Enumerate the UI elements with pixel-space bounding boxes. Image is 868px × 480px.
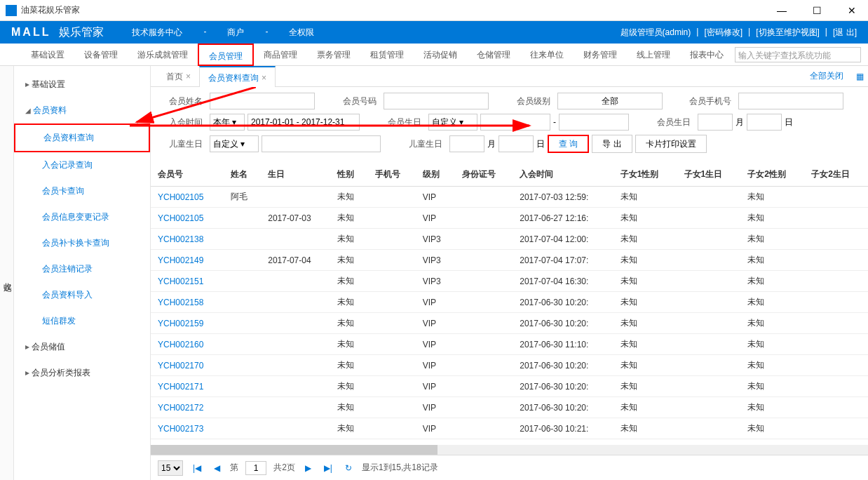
table-row[interactable]: YCH002159未知VIP2017-06-30 10:20:未知未知 bbox=[151, 313, 868, 334]
menu-租赁管理[interactable]: 租赁管理 bbox=[360, 44, 414, 66]
menu-基础设置[interactable]: 基础设置 bbox=[21, 44, 74, 66]
input-bd-month[interactable] bbox=[698, 114, 733, 131]
tab-会员资料查询[interactable]: 会员资料查询× bbox=[199, 66, 276, 87]
print-settings-button[interactable]: 卡片打印设置 bbox=[635, 135, 707, 153]
sidebar-group-会员储值[interactable]: 会员储值 bbox=[14, 334, 150, 360]
label-day: 日 bbox=[536, 138, 545, 150]
table-row[interactable]: YCH002160未知VIP2017-06-30 11:10:未知未知 bbox=[151, 334, 868, 355]
export-button[interactable]: 导 出 bbox=[592, 135, 632, 153]
select-member-level[interactable] bbox=[557, 93, 663, 109]
table-row[interactable]: YCH002170未知VIP2017-06-30 10:20:未知未知 bbox=[151, 355, 868, 376]
prev-page-button[interactable]: ◀ bbox=[211, 463, 223, 473]
first-page-button[interactable]: |◀ bbox=[190, 463, 204, 473]
refresh-button[interactable]: ↻ bbox=[342, 463, 355, 473]
tabs-menu-icon[interactable]: ▦ bbox=[856, 72, 864, 81]
table-row[interactable]: YCH002174未知VIP2017-06-30 10:21:未知未知 bbox=[151, 439, 868, 446]
collapse-sidebar[interactable]: 收起 bbox=[0, 66, 14, 480]
link-switch-view[interactable]: [切换至维护视图] bbox=[756, 27, 820, 39]
menu-游乐成就管理[interactable]: 游乐成就管理 bbox=[128, 44, 198, 66]
input-bd-day[interactable] bbox=[747, 114, 782, 131]
input-bd-to[interactable] bbox=[559, 114, 629, 131]
sidebar-group-基础设置[interactable]: 基础设置 bbox=[14, 72, 150, 98]
sidebar-item-会员资料查询[interactable]: 会员资料查询 bbox=[14, 124, 150, 152]
menu-商品管理[interactable]: 商品管理 bbox=[254, 44, 307, 66]
input-child-month[interactable] bbox=[449, 135, 484, 152]
table-row[interactable]: YCH0021492017-07-04未知VIP32017-07-04 17:0… bbox=[151, 250, 868, 271]
menu-线上管理[interactable]: 线上管理 bbox=[627, 44, 680, 66]
table-row[interactable]: YCH002173未知VIP2017-06-30 10:21:未知未知 bbox=[151, 418, 868, 439]
col-生日[interactable]: 生日 bbox=[261, 163, 330, 187]
select-bd-type[interactable]: 自定义 ▾ bbox=[428, 114, 477, 131]
last-page-button[interactable]: ▶| bbox=[321, 463, 335, 473]
close-all-tabs[interactable]: 全部关闭 bbox=[810, 70, 843, 82]
sidebar-item-会员资料导入[interactable]: 会员资料导入 bbox=[14, 282, 150, 308]
table-row[interactable]: YCH002105阿毛未知VIP2017-07-03 12:59:未知未知 bbox=[151, 187, 868, 208]
input-member-no[interactable] bbox=[384, 93, 489, 109]
menu-活动促销[interactable]: 活动促销 bbox=[414, 44, 467, 66]
table-row[interactable]: YCH002138未知VIP32017-07-04 12:00:未知未知 bbox=[151, 229, 868, 250]
input-member-name[interactable] bbox=[210, 93, 315, 109]
sidebar-item-会员注销记录[interactable]: 会员注销记录 bbox=[14, 256, 150, 282]
sidebar-item-会员补卡换卡查询[interactable]: 会员补卡换卡查询 bbox=[14, 230, 150, 256]
col-手机号[interactable]: 手机号 bbox=[368, 163, 416, 187]
col-入会时间[interactable]: 入会时间 bbox=[513, 163, 613, 187]
menu-报表中心[interactable]: 报表中心 bbox=[680, 44, 733, 66]
col-性别[interactable]: 性别 bbox=[330, 163, 367, 187]
header-nav-item[interactable]: - bbox=[203, 27, 206, 39]
col-会员号[interactable]: 会员号 bbox=[151, 163, 224, 187]
select-join-range[interactable]: 本年 ▾ bbox=[210, 114, 245, 131]
col-子女1生日[interactable]: 子女1生日 bbox=[677, 163, 741, 187]
menu-设备管理[interactable]: 设备管理 bbox=[74, 44, 128, 66]
col-级别[interactable]: 级别 bbox=[416, 163, 455, 187]
input-child-day[interactable] bbox=[499, 135, 534, 152]
col-身份证号[interactable]: 身份证号 bbox=[455, 163, 513, 187]
sidebar-group-会员资料[interactable]: 会员资料 bbox=[14, 98, 150, 124]
header-nav-item[interactable]: - bbox=[265, 27, 268, 39]
search-input[interactable]: 输入关键字查找系统功能 bbox=[735, 47, 861, 62]
page-size-select[interactable]: 15 bbox=[158, 460, 183, 476]
menu-会员管理[interactable]: 会员管理 bbox=[198, 44, 254, 66]
header-nav-item[interactable]: 商户 bbox=[227, 27, 244, 39]
tab-首页[interactable]: 首页× bbox=[158, 66, 199, 87]
sidebar-item-会员信息变更记录[interactable]: 会员信息变更记录 bbox=[14, 204, 150, 230]
input-member-phone[interactable] bbox=[738, 93, 843, 109]
minimize-button[interactable]: — bbox=[771, 5, 792, 16]
header: MALL 娱乐管家 技术服务中心-商户-全权限 超级管理员(admin) | [… bbox=[0, 21, 868, 44]
menu-财务管理[interactable]: 财务管理 bbox=[574, 44, 627, 66]
sidebar-item-短信群发[interactable]: 短信群发 bbox=[14, 308, 150, 334]
table-row[interactable]: YCH002172未知VIP2017-06-30 10:20:未知未知 bbox=[151, 397, 868, 418]
col-子女2性别[interactable]: 子女2性别 bbox=[740, 163, 804, 187]
horizontal-scrollbar[interactable] bbox=[151, 445, 868, 455]
titlebar: 油菜花娱乐管家 — ☐ ✕ bbox=[0, 0, 868, 21]
select-child-bd-type[interactable]: 自定义 ▾ bbox=[210, 135, 259, 152]
tab-close-icon[interactable]: × bbox=[262, 73, 266, 83]
input-child-bd-range[interactable] bbox=[262, 135, 381, 152]
label-member-bd2: 会员生日 bbox=[632, 116, 695, 128]
menu-仓储管理[interactable]: 仓储管理 bbox=[467, 44, 520, 66]
link-password[interactable]: [密码修改] bbox=[704, 27, 742, 39]
table-row[interactable]: YCH0021052017-07-03未知VIP2017-06-27 12:16… bbox=[151, 208, 868, 229]
page-input[interactable] bbox=[245, 461, 266, 475]
header-nav-item[interactable]: 技术服务中心 bbox=[132, 27, 182, 39]
menu-票务管理[interactable]: 票务管理 bbox=[307, 44, 360, 66]
header-nav-item[interactable]: 全权限 bbox=[289, 27, 314, 39]
tab-close-icon[interactable]: × bbox=[186, 72, 191, 81]
col-姓名[interactable]: 姓名 bbox=[224, 163, 261, 187]
table-row[interactable]: YCH002171未知VIP2017-06-30 10:20:未知未知 bbox=[151, 376, 868, 397]
next-page-button[interactable]: ▶ bbox=[302, 463, 314, 473]
label-member-level: 会员级别 bbox=[491, 95, 555, 107]
col-子女1性别[interactable]: 子女1性别 bbox=[613, 163, 677, 187]
close-button[interactable]: ✕ bbox=[841, 5, 862, 16]
sidebar-item-会员卡查询[interactable]: 会员卡查询 bbox=[14, 178, 150, 204]
menu-往来单位[interactable]: 往来单位 bbox=[520, 44, 574, 66]
query-button[interactable]: 查 询 bbox=[548, 135, 589, 153]
table-row[interactable]: YCH002158未知VIP2017-06-30 10:20:未知未知 bbox=[151, 292, 868, 313]
sidebar-group-会员分析类报表[interactable]: 会员分析类报表 bbox=[14, 360, 150, 386]
link-logout[interactable]: [退 出] bbox=[833, 27, 857, 39]
input-join-dates[interactable] bbox=[247, 114, 360, 131]
maximize-button[interactable]: ☐ bbox=[806, 5, 827, 16]
col-子女2生日[interactable]: 子女2生日 bbox=[804, 163, 868, 187]
input-bd-from[interactable] bbox=[480, 114, 550, 131]
table-row[interactable]: YCH002151未知VIP32017-07-04 16:30:未知未知 bbox=[151, 271, 868, 292]
sidebar-item-入会记录查询[interactable]: 入会记录查询 bbox=[14, 152, 150, 178]
